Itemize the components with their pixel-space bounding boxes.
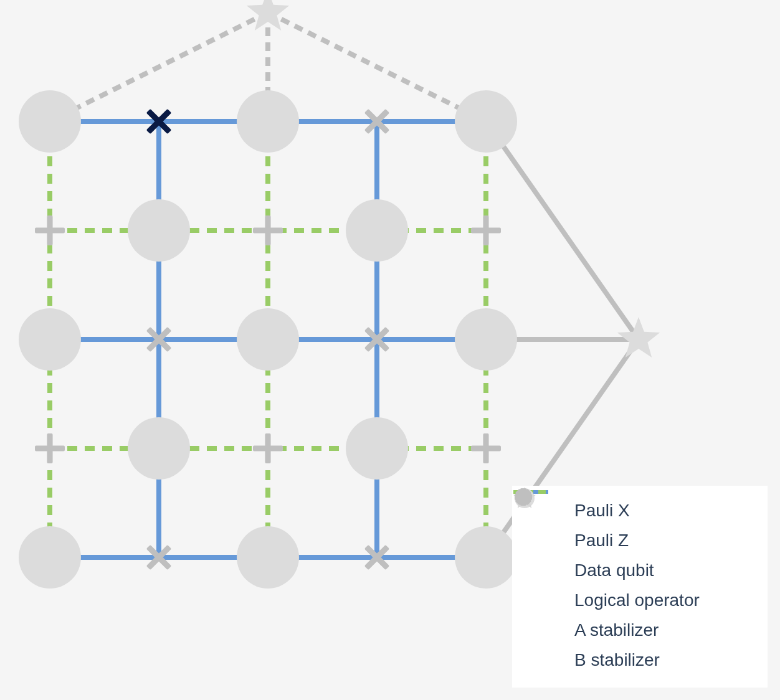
svg-rect-21 [483,215,488,245]
data-qubit [455,526,517,589]
svg-line-2 [268,12,486,121]
svg-rect-17 [47,215,52,245]
svg-rect-47 [520,488,526,506]
legend-panel: Pauli X Pauli Z Data qubit Logical opera… [512,486,768,688]
legend-row-data-qubit: Data qubit [525,556,750,585]
legend-label-b-stabilizer: B stabilizer [574,650,660,670]
data-qubit [346,199,408,262]
data-qubit [237,308,299,371]
b-stabilizer-icon [471,433,501,463]
svg-line-3 [486,121,639,339]
logical-operator-star [247,0,289,31]
svg-rect-25 [265,433,270,463]
data-qubit [19,526,81,589]
legend-label-a-stabilizer: A stabilizer [574,620,659,640]
legend-row-pauli-x: Pauli X [525,496,750,526]
legend-row-logical-operator: Logical operator [525,585,750,615]
svg-rect-27 [483,433,488,463]
b-stabilizer-icon [35,215,65,245]
legend-row-pauli-z: Pauli Z [525,526,750,556]
b-stabilizer-icon [253,433,283,463]
b-stabilizer-icon [253,215,283,245]
svg-rect-19 [265,215,270,245]
data-qubit [19,90,81,153]
data-qubit [19,308,81,371]
legend-row-b-stabilizer: B stabilizer [525,645,750,675]
logical-operator-star [617,317,660,357]
data-qubit [455,308,517,371]
legend-row-a-stabilizer: A stabilizer [525,615,750,645]
b-stabilizer-icon [35,433,65,463]
data-qubit [346,417,408,480]
legend-label-logical-operator: Logical operator [574,590,700,610]
legend-label-pauli-z: Pauli Z [574,531,629,551]
svg-line-0 [50,12,268,121]
legend-label-data-qubit: Data qubit [574,560,654,580]
svg-rect-23 [47,433,52,463]
data-qubit [455,90,517,153]
data-qubit [237,526,299,589]
data-qubit [128,199,190,262]
b-stabilizer-icon [471,215,501,245]
legend-label-pauli-x: Pauli X [574,501,630,521]
data-qubit [128,417,190,480]
data-qubit [237,90,299,153]
